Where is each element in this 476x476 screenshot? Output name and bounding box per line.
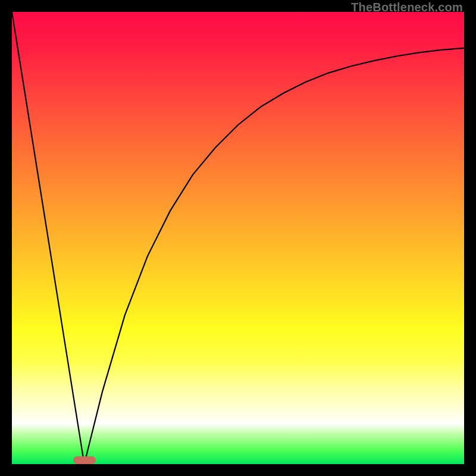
optimal-marker: [73, 456, 96, 464]
bottleneck-curve: [12, 12, 464, 464]
watermark-text: TheBottleneck.com: [351, 1, 463, 14]
chart-plot-area: [12, 12, 464, 464]
